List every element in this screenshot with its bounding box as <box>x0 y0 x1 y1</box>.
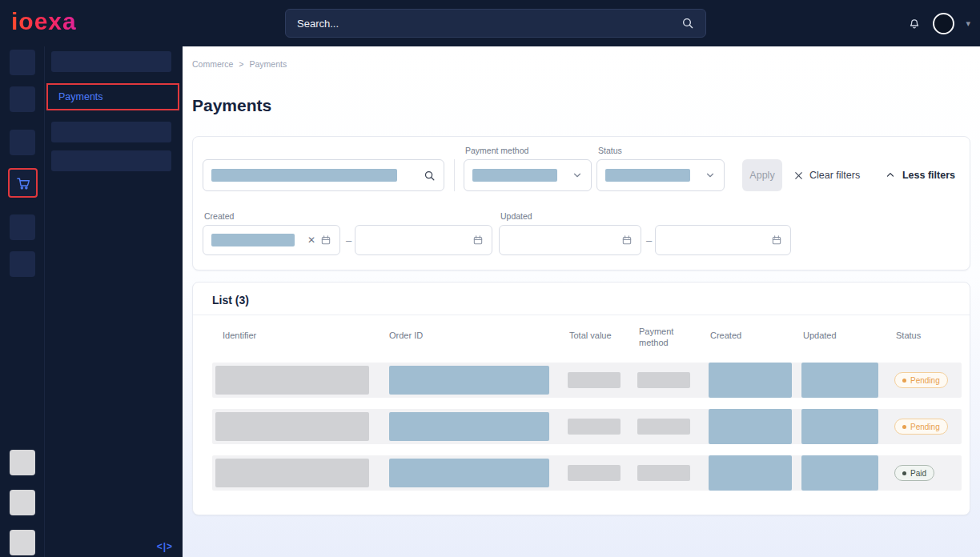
status-dot-icon <box>902 425 906 429</box>
status-dot-icon <box>902 471 906 475</box>
rail-nav-item[interactable] <box>10 50 35 75</box>
created-from-date-input[interactable]: ✕ <box>203 225 340 255</box>
sidebar-menu-item[interactable] <box>51 122 171 142</box>
date-range-separator: – <box>346 225 351 255</box>
order-id-placeholder <box>389 459 549 487</box>
sidebar-menu-item[interactable] <box>51 51 171 72</box>
rail-bottom-item[interactable] <box>10 490 35 515</box>
sidebar-menu-item[interactable] <box>51 150 171 171</box>
payment-method-value-placeholder <box>472 169 557 182</box>
identifier-placeholder <box>215 459 369 487</box>
breadcrumb-payments[interactable]: Payments <box>249 59 287 69</box>
payment-method-select[interactable] <box>464 159 592 191</box>
col-updated: Updated <box>803 331 837 340</box>
created-placeholder <box>709 409 792 444</box>
col-total-value: Total value <box>569 331 612 340</box>
order-id-placeholder <box>389 412 549 441</box>
table-row[interactable]: Pending <box>212 409 962 444</box>
filter-search-input[interactable] <box>203 159 444 191</box>
clear-filters-button[interactable]: Clear filters <box>793 159 860 191</box>
apply-button[interactable]: Apply <box>742 159 782 191</box>
identifier-placeholder <box>215 366 369 395</box>
calendar-icon[interactable] <box>771 234 782 246</box>
account-menu-chevron-icon[interactable]: ▾ <box>966 18 970 29</box>
payment-method-placeholder <box>637 372 690 388</box>
breadcrumb: Commerce > Payments <box>192 59 287 69</box>
close-icon <box>793 170 804 181</box>
topbar-actions: ▾ <box>907 0 970 46</box>
col-status: Status <box>896 331 921 340</box>
brand-logo[interactable]: ioexa <box>11 8 77 35</box>
total-value-placeholder <box>568 419 621 435</box>
calendar-icon[interactable] <box>621 234 633 246</box>
rail-nav-item-commerce-active[interactable] <box>8 168 38 198</box>
page-title: Payments <box>192 96 271 115</box>
payment-method-placeholder <box>637 419 690 435</box>
payments-list-panel: List (3) Identifier Order ID Total value… <box>192 282 970 515</box>
rail-bottom-item[interactable] <box>10 450 35 475</box>
global-search[interactable] <box>285 9 706 38</box>
filters-panel: Payment method Status Apply Clear fil <box>192 136 970 270</box>
updated-to-date-input[interactable] <box>655 225 791 255</box>
rail-nav-item[interactable] <box>10 130 35 155</box>
rail-nav-item[interactable] <box>10 251 35 277</box>
user-avatar[interactable] <box>933 13 954 34</box>
table-header: Identifier Order ID Total value Payment … <box>212 323 962 358</box>
breadcrumb-commerce[interactable]: Commerce <box>192 59 233 69</box>
clear-date-icon[interactable]: ✕ <box>307 234 315 246</box>
search-icon[interactable] <box>681 17 694 30</box>
sidebar-item-payments-active[interactable]: Payments <box>46 83 179 110</box>
updated-from-date-input[interactable] <box>499 225 641 255</box>
status-label: Pending <box>910 376 940 385</box>
table-row[interactable]: Pending <box>212 363 962 398</box>
status-badge: Pending <box>894 372 948 388</box>
collapse-sidebar-icon[interactable]: <|> <box>157 541 173 552</box>
status-label: Paid <box>910 469 926 478</box>
date-range-separator: – <box>646 225 652 255</box>
search-value-placeholder <box>211 169 397 182</box>
search-icon[interactable] <box>424 170 436 182</box>
rail-bottom-item[interactable] <box>10 530 35 555</box>
created-to-date-input[interactable] <box>355 225 492 255</box>
identifier-placeholder <box>215 412 369 441</box>
col-order-id: Order ID <box>389 331 423 340</box>
created-label: Created <box>204 211 234 221</box>
rail-nav-item[interactable] <box>10 214 35 240</box>
payment-method-label: Payment method <box>465 146 528 155</box>
calendar-icon[interactable] <box>472 234 484 246</box>
app-window: ioexa ▾ <box>0 0 980 557</box>
status-dot-icon <box>902 379 906 383</box>
sidebar-item-label: Payments <box>58 91 103 102</box>
status-badge: Pending <box>894 419 948 435</box>
status-select[interactable] <box>596 159 725 191</box>
col-created: Created <box>710 331 741 340</box>
less-filters-toggle[interactable]: Less filters <box>885 159 955 191</box>
total-value-placeholder <box>568 465 621 481</box>
clear-filters-label: Clear filters <box>809 170 860 181</box>
sidebar-menu: Payments <|> <box>45 46 183 557</box>
updated-placeholder <box>801 455 878 491</box>
col-payment-method: Payment method <box>639 326 681 349</box>
search-input[interactable] <box>297 18 681 30</box>
less-filters-label: Less filters <box>902 170 955 181</box>
rail-nav-item[interactable] <box>10 86 35 112</box>
col-identifier: Identifier <box>223 331 256 340</box>
main-content: Commerce > Payments Payments Payment met… <box>183 46 980 557</box>
notifications-bell-icon[interactable] <box>907 16 922 30</box>
topbar: ioexa ▾ <box>0 0 980 46</box>
calendar-icon[interactable] <box>320 234 331 246</box>
list-title: List (3) <box>212 294 249 307</box>
status-label: Status <box>598 146 622 155</box>
order-id-placeholder <box>389 366 549 395</box>
payment-method-placeholder <box>637 465 690 481</box>
chevron-down-icon <box>705 170 716 181</box>
icon-rail-sidebar <box>0 46 45 557</box>
divider <box>454 159 455 191</box>
table-row[interactable]: Paid <box>212 455 962 491</box>
updated-placeholder <box>801 363 878 398</box>
status-value-placeholder <box>605 169 690 182</box>
shopping-cart-icon <box>15 175 31 191</box>
total-value-placeholder <box>568 372 621 388</box>
divider <box>193 315 970 315</box>
status-badge: Paid <box>894 465 934 481</box>
